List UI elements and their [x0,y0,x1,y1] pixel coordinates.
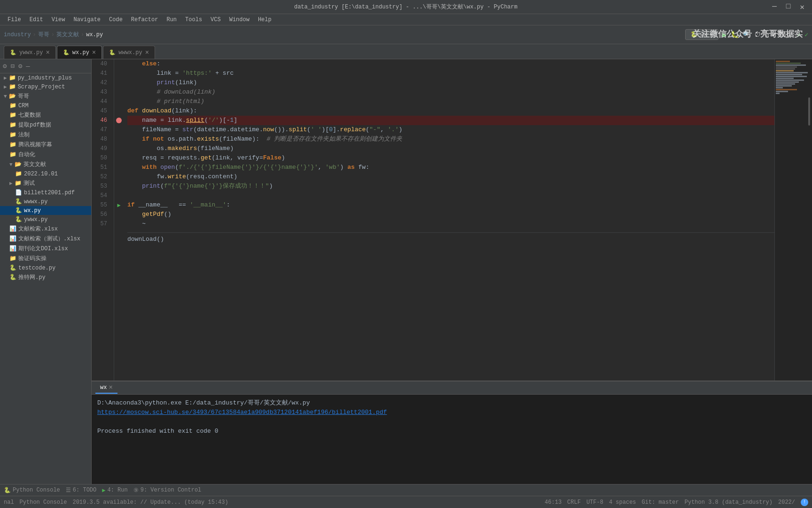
sidebar-collapse-icon[interactable]: ⊟ [9,61,15,71]
tab-close-wwwxpy[interactable]: × [145,49,149,56]
editor-top: 40 41 42 43 44 45 46 47 48 49 50 51 52 5… [92,59,812,381]
window-controls: — □ ✕ [769,2,807,12]
console-url-link[interactable]: https://moscow.sci-hub.se/3493/67c13584a… [97,409,387,416]
menu-help[interactable]: Help [254,16,275,24]
sidebar-gear-icon[interactable]: ⚙ [2,61,8,71]
sidebar-scroll-icon[interactable]: — [25,62,31,71]
menu-file[interactable]: File [4,16,25,24]
console-tab-bar: wx × [92,381,812,395]
status-indent[interactable]: 4 spaces [609,499,636,506]
console-tab-wx[interactable]: wx × [95,382,117,394]
sidebar-item-ywwxpy[interactable]: 🐍 ywwx.py [0,215,91,224]
python-console-label: Python Console [13,487,60,493]
run-config-btn[interactable]: 🐍 wx ▾ [685,29,718,40]
status-crlf[interactable]: CRLF [567,499,581,506]
code-line-54 [127,191,774,200]
sidebar-item-fazhi[interactable]: 📁 法制 [0,130,91,140]
folder-icon: 📂 [15,161,22,168]
sidebar-toolbar: ⚙ ⊟ ⚙ — [0,59,91,73]
console-line-3 [97,417,806,427]
tab-icon-wxpy: 🐍 [63,49,70,56]
menu-navigate[interactable]: Navigate [70,16,104,24]
debug-btn[interactable]: 🐛 [731,31,739,39]
tab-wxpy[interactable]: 🐍 wx.py × [57,46,102,59]
status-python[interactable]: Python 3.8 (data_industry) [685,499,773,506]
console-tab-close-wx[interactable]: × [109,384,112,391]
sidebar-item-py-industry-plus[interactable]: ▶ 📁 py_industry_plus [0,73,91,82]
minimize-btn[interactable]: — [769,2,780,12]
sidebar-item-yanzhengma[interactable]: 📁 验证码实操 [0,254,91,263]
breadcrumb-industry[interactable]: industry [4,32,31,38]
sidebar-item-scrapy-project[interactable]: ▶ 📁 Scrapy_Project [0,82,91,91]
sidebar-item-wenxian-xlsx[interactable]: 📊 文献检索.xlsx [0,224,91,234]
code-hint-text: downLoad() [127,236,164,243]
sidebar-settings-icon[interactable]: ⚙ [17,61,23,71]
coverage-btn[interactable]: 🔍 [742,31,750,39]
status-position[interactable]: 46:13 [545,499,562,506]
sidebar-item-gege[interactable]: ▼ 📂 哥哥 [0,91,91,101]
status-bar: nal Python Console 2019.3.5 available: /… [0,496,812,508]
console-content[interactable]: D:\Anaconda3\python.exe E:/data_industry… [92,395,812,484]
status-python-console[interactable]: Python Console [20,499,67,506]
status-charset[interactable]: UTF-8 [586,499,603,506]
menu-edit[interactable]: Edit [26,16,47,24]
breadcrumb-enwx[interactable]: 英文文献 [56,31,79,39]
close-btn[interactable]: ✕ [797,2,807,12]
breadcrumb-gege[interactable]: 哥哥 [38,31,49,39]
menu-tools[interactable]: Tools [181,16,206,24]
sidebar-item-qixiashuju[interactable]: 📁 七夏数据 [0,110,91,120]
menu-vcs[interactable]: VCS [207,16,225,24]
status-git[interactable]: Git: master [642,499,679,506]
code-editor[interactable]: 40 41 42 43 44 45 46 47 48 49 50 51 52 5… [92,59,812,381]
sidebar-item-wxpy-selected[interactable]: 🐍 wx.py [0,206,91,215]
status-date: 2022/ [778,499,795,506]
git-label: Git: [780,32,794,38]
code-line-46: name = link.split('/')[-1] [127,116,774,125]
toolbar: industry › 哥哥 › 英文文献 › wx.py 🐍 wx ▾ ▶ 🐛 … [0,25,812,44]
menu-run[interactable]: Run [163,16,180,24]
tab-close-wxpy[interactable]: × [92,49,96,56]
tab-wwwxpy[interactable]: 🐍 wwwx.py × [103,46,155,59]
sidebar-item-zidonghua[interactable]: 📁 自动化 [0,150,91,159]
sidebar-item-ceshi[interactable]: ▶ 📁 测试 [0,178,91,188]
sidebar-item-tiqu-pdf[interactable]: 📁 提取pdf数据 [0,120,91,130]
sidebar-item-qikan-xlsx[interactable]: 📊 期刊论文DOI.xlsx [0,244,91,254]
sidebar-item-crm[interactable]: 📁 CRM [0,101,91,110]
sidebar-item-tuiteepy[interactable]: 🐍 推特网.py [0,272,91,282]
sidebar-item-wwwxpy[interactable]: 🐍 wwwx.py [0,197,91,206]
sidebar-item-yingwen[interactable]: ▼ 📂 英文文献 [0,159,91,169]
vcs-update-btn[interactable]: ↓ [765,31,768,39]
run-config-dropdown-icon: ▾ [710,31,713,38]
gutter: ▶ [114,59,124,381]
run-btn-bottom[interactable]: ▶ 4: Run [102,487,127,494]
menu-view[interactable]: View [48,16,69,24]
title-bar: data_industry [E:\data_industry] - ...\哥… [0,0,812,14]
console-line-2[interactable]: https://moscow.sci-hub.se/3493/67c13584a… [97,408,806,417]
folder-icon: 📁 [9,255,16,262]
maximize-btn[interactable]: □ [783,2,794,12]
folder-icon: 📁 [15,170,22,177]
py-icon: 🐍 [9,264,16,271]
python-console-btn[interactable]: 🐍 Python Console [4,487,60,494]
tab-ywwxpy[interactable]: 🐍 ywwx.py × [4,46,56,59]
profile-btn[interactable]: ⏱ [754,31,761,39]
todo-btn[interactable]: ☰ 6: TODO [66,487,96,494]
vcs-commit-btn[interactable]: ✔ [772,31,776,39]
tab-close-ywwxpy[interactable]: × [46,49,49,56]
code-content[interactable]: else: link = 'https:' + src print(link) … [124,59,774,381]
run-btn[interactable]: ▶ [722,30,727,40]
menu-window[interactable]: Window [226,16,253,24]
breadcrumb-wxpy[interactable]: wx.py [86,32,103,38]
menu-refactor[interactable]: Refactor [127,16,162,24]
sidebar-item-billett[interactable]: 📄 billett2001.pdf [0,188,91,197]
sidebar-item-2022[interactable]: 📁 2022.10.01 [0,169,91,178]
version-control-btn[interactable]: ⑨ 9: Version Control [133,487,202,494]
console-tab-label: wx [100,384,107,391]
menu-code[interactable]: Code [105,16,126,24]
code-line-40: else: [127,59,774,69]
sidebar-item-tengxun[interactable]: 📁 腾讯视频字幕 [0,140,91,150]
breakpoint-icon[interactable] [116,118,122,123]
sidebar-item-wenxian-test-xlsx[interactable]: 📊 文献检索（测试）.xlsx [0,234,91,244]
run-current-icon[interactable]: ▶ [117,202,120,209]
sidebar-item-testcode[interactable]: 🐍 testcode.py [0,263,91,272]
